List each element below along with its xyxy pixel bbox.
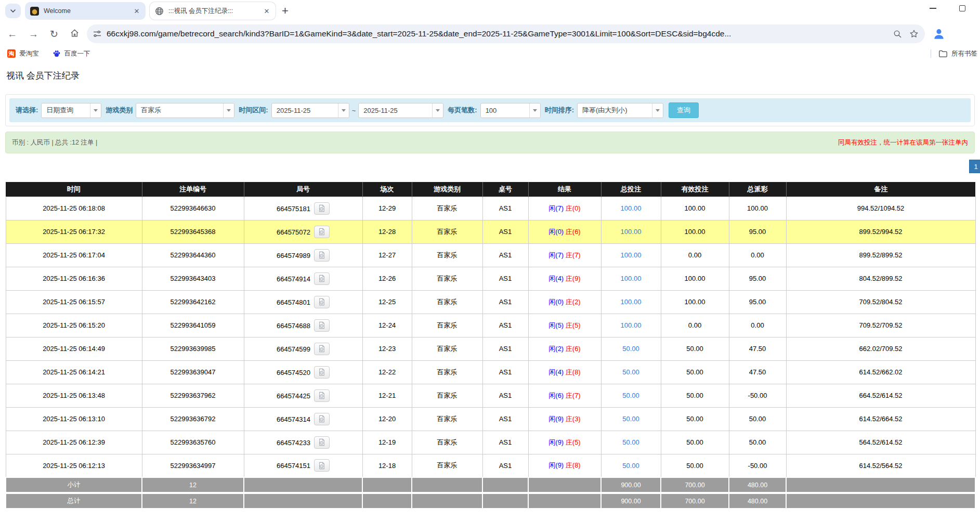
table-row: 2025-11-25 06:16:36 522993643403 6645749… [6,267,975,290]
cell-total-bet[interactable]: 100.00 [601,220,661,243]
total-bet-link[interactable]: 100.00 [621,228,642,236]
cell-bet-id: 522993643403 [142,267,244,290]
subtotal-payout: 480.00 [729,477,786,493]
total-bet-link[interactable]: 100.00 [621,298,642,306]
query-type-select[interactable]: 日期查询 [41,103,101,118]
tab-bet-record[interactable]: :::视讯 会员下注纪录::: ✕ [150,2,276,20]
header-payout: 总派彩 [729,182,786,197]
site-settings-icon[interactable] [93,30,101,38]
cell-table-no: AS1 [482,454,528,477]
window-minimize-button[interactable] [930,8,936,9]
reload-icon[interactable]: ↻ [50,29,58,39]
video-replay-button[interactable] [314,413,330,425]
video-replay-button[interactable] [314,459,330,472]
cell-total-bet[interactable]: 50.00 [601,407,661,431]
total-bet-link[interactable]: 50.00 [622,345,639,353]
close-icon[interactable]: ✕ [132,6,141,16]
bookmark-star-icon[interactable] [909,29,919,38]
banker-result: 庄(8) [566,368,581,376]
new-tab-button[interactable]: + [282,4,289,18]
film-icon [318,204,325,212]
bookmark-baidu[interactable]: 百度一下 [53,49,90,58]
cell-total-bet[interactable]: 100.00 [601,243,661,267]
cell-time: 2025-11-25 06:13:48 [6,384,142,407]
tab-search-button[interactable] [5,4,21,18]
total-bet-link[interactable]: 50.00 [622,368,639,376]
video-replay-button[interactable] [314,296,330,308]
date-start-select[interactable]: 2025-11-25 [271,103,349,118]
total-bet-link[interactable]: 100.00 [621,275,642,282]
sort-select[interactable]: 降幂(由大到小) [577,103,663,118]
cell-session: 12-22 [362,360,412,384]
url-text[interactable]: 66cxkj98.com/game/betrecord_search/kind3… [107,29,886,38]
dropdown-arrow-icon[interactable] [223,103,234,118]
cell-game-kind: 百家乐 [412,243,482,267]
sort-label: 时间排序: [545,106,574,115]
total-bet-link[interactable]: 100.00 [621,204,642,212]
cell-total-bet[interactable]: 50.00 [601,384,661,407]
total-bet-link[interactable]: 100.00 [621,251,642,259]
per-page-select[interactable]: 100 [480,103,541,118]
header-game-kind: 游戏类别 [412,182,482,197]
dropdown-arrow-icon[interactable] [529,103,540,118]
per-page-label: 每页笔数: [448,106,477,115]
cell-total-bet[interactable]: 100.00 [601,290,661,314]
cell-total-bet[interactable]: 50.00 [601,431,661,454]
video-replay-button[interactable] [314,366,330,379]
video-replay-button[interactable] [314,226,330,238]
search-button[interactable]: 查询 [669,102,699,118]
cell-result: 闲(2) 庄(6) [528,337,601,360]
video-replay-button[interactable] [314,389,330,402]
dropdown-arrow-icon[interactable] [652,103,663,118]
cell-total-bet[interactable]: 100.00 [601,314,661,337]
table-row: 2025-11-25 06:14:49 522993639985 6645745… [6,337,975,360]
table-row: 2025-11-25 06:18:08 522993646630 6645751… [6,197,975,220]
total-bet-link[interactable]: 50.00 [622,462,639,470]
cell-payout: 47.50 [729,360,786,384]
total-bet-link[interactable]: 50.00 [622,392,639,399]
total-bet-link[interactable]: 100.00 [621,321,642,329]
video-replay-button[interactable] [314,343,330,355]
summary-bar: 币别 : 人民币 | 总共 :12 注单 | 同局有效投注，统一计算在该局第一张… [5,132,975,153]
page-1-button[interactable]: 1 [969,160,980,173]
dropdown-arrow-icon[interactable] [432,103,443,118]
cell-total-bet[interactable]: 100.00 [601,197,661,220]
close-icon[interactable]: ✕ [262,6,271,16]
cell-total-bet[interactable]: 50.00 [601,454,661,477]
forward-icon[interactable]: → [29,29,38,39]
profile-avatar[interactable] [932,27,946,41]
all-bookmarks[interactable]: 所有书签 [931,46,980,61]
date-end-select[interactable]: 2025-11-25 [358,103,443,118]
dropdown-arrow-icon[interactable] [90,103,101,118]
cell-total-bet[interactable]: 50.00 [601,337,661,360]
total-bet-link[interactable]: 50.00 [622,415,639,423]
video-replay-button[interactable] [314,202,330,215]
bookmark-taobao[interactable]: 淘 爱淘宝 [7,49,39,58]
total-bet-link[interactable]: 50.00 [622,438,639,446]
cell-bet-id: 522993639985 [142,337,244,360]
back-icon[interactable]: ← [7,29,17,39]
cell-valid-bet: 100.00 [661,197,729,220]
home-icon[interactable] [70,28,80,40]
cell-table-no: AS1 [482,337,528,360]
cell-session: 12-20 [362,407,412,431]
player-result: 闲(9) [548,461,564,469]
cell-total-bet[interactable]: 50.00 [601,360,661,384]
tilde-separator: ~ [352,107,356,114]
cell-remark: 804.52/899.52 [786,267,975,290]
tab-welcome[interactable]: Welcome ✕ [25,2,146,20]
cell-valid-bet: 50.00 [661,360,729,384]
game-kind-select[interactable]: 百家乐 [136,103,234,118]
cell-bet-id: 522993637962 [142,384,244,407]
cell-total-bet[interactable]: 100.00 [601,267,661,290]
dropdown-arrow-icon[interactable] [338,103,349,118]
zoom-icon[interactable] [893,30,902,38]
video-replay-button[interactable] [314,272,330,285]
video-replay-button[interactable] [314,436,330,449]
window-maximize-button[interactable] [959,5,965,11]
cell-game-kind: 百家乐 [412,220,482,243]
address-bar[interactable]: 66cxkj98.com/game/betrecord_search/kind3… [87,24,925,43]
video-replay-button[interactable] [314,249,330,262]
video-replay-button[interactable] [314,319,330,332]
cell-bet-id: 522993635760 [142,431,244,454]
